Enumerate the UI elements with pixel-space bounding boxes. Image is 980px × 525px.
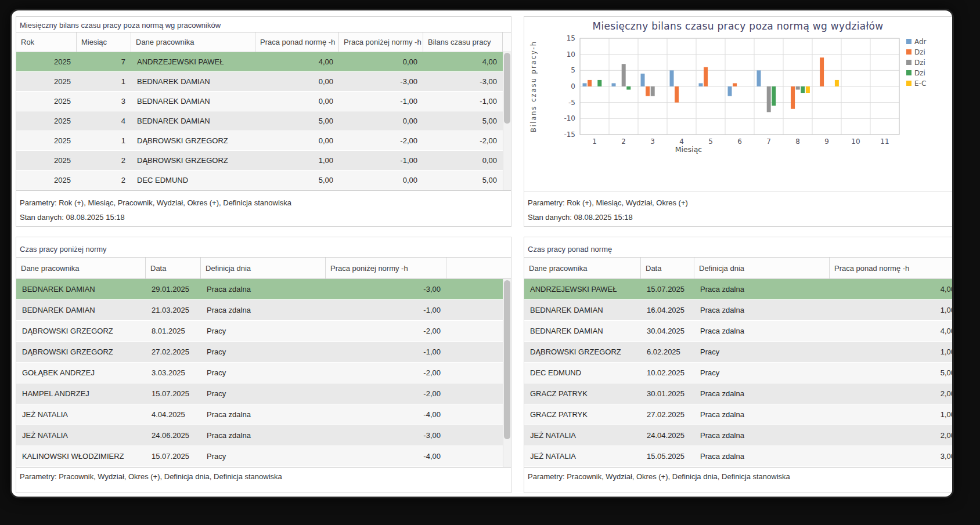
table-row[interactable]: GRACZ PATRYK30.01.2025Praca zdalna2,00 xyxy=(524,383,952,404)
chart-bar[interactable] xyxy=(801,86,805,93)
table-row[interactable]: 20253BEDNAREK DAMIAN0,00-1,00-1,00 xyxy=(16,92,511,111)
legend-label[interactable]: Adr xyxy=(914,38,927,46)
chart-bar[interactable] xyxy=(675,86,679,103)
table-row[interactable]: JEŻ NATALIA4.04.2025Praca zdalna-4,00 xyxy=(16,404,511,425)
column-header[interactable]: Bilans czasu pracy xyxy=(423,32,503,52)
cell: -1,00 xyxy=(339,151,423,170)
chart-bar[interactable] xyxy=(583,83,587,86)
cell: Pracy xyxy=(694,342,830,362)
cell: BEDNAREK DAMIAN xyxy=(131,72,255,91)
table-header-row: Dane pracownikaDataDefinicja dniaPraca p… xyxy=(16,258,511,279)
cell: 3,00 xyxy=(830,446,952,466)
table-row[interactable]: 20254BEDNAREK DAMIAN5,000,005,00 xyxy=(16,111,511,131)
column-header[interactable]: Rok xyxy=(16,32,77,52)
chart-bar[interactable] xyxy=(597,80,601,86)
column-header[interactable]: Miesiąc xyxy=(77,32,131,52)
cell: Praca zdalna xyxy=(694,404,830,425)
table-row[interactable]: ANDRZEJEWSKI PAWEŁ15.07.2025Praca zdalna… xyxy=(524,279,952,300)
vertical-scrollbar[interactable] xyxy=(503,52,511,190)
cell: Praca zdalna xyxy=(201,300,326,320)
table-row[interactable]: DĄBROWSKI GRZEGORZ6.02.2025Pracy1,00 xyxy=(524,342,952,363)
table-row[interactable]: GRACZ PATRYK27.02.2025Praca zdalna1,00 xyxy=(524,404,952,425)
table-row[interactable]: DĄBROWSKI GRZEGORZ27.02.2025Pracy-1,00 xyxy=(16,342,511,363)
y-tick-label: -15 xyxy=(564,131,575,139)
chart-bar[interactable] xyxy=(728,86,732,96)
table-row[interactable]: 20251BEDNAREK DAMIAN0,00-3,00-3,00 xyxy=(16,72,511,92)
balance-bar-chart[interactable]: -15-10-50510151234567891011Miesięczny bi… xyxy=(524,17,952,191)
chart-bar[interactable] xyxy=(626,86,630,90)
chart-bar[interactable] xyxy=(791,86,795,109)
legend-swatch[interactable] xyxy=(906,60,911,65)
chart-bar[interactable] xyxy=(670,70,674,86)
vertical-scrollbar[interactable] xyxy=(503,279,511,467)
table-row[interactable]: 20251DĄBROWSKI GRZEGORZ0,00-2,00-2,00 xyxy=(16,131,511,151)
column-header[interactable]: Data xyxy=(641,258,694,278)
chart-bar[interactable] xyxy=(641,74,645,86)
table-row[interactable]: HAMPEL ANDRZEJ15.07.2025Pracy-2,00 xyxy=(16,383,511,404)
scrollbar-thumb[interactable] xyxy=(504,53,510,124)
table-row[interactable]: 20257ANDRZEJEWSKI PAWEŁ4,000,004,00 xyxy=(16,52,511,72)
table-row[interactable]: DĄBROWSKI GRZEGORZ8.01.2025Pracy-2,00 xyxy=(16,321,511,342)
column-header[interactable]: Dane pracownika xyxy=(131,32,255,52)
column-header[interactable]: Dane pracownika xyxy=(524,258,641,278)
table-row[interactable]: BEDNAREK DAMIAN21.03.2025Praca zdalna-1,… xyxy=(16,300,511,321)
chart-bar[interactable] xyxy=(704,67,708,86)
legend-swatch[interactable] xyxy=(906,49,911,55)
cell: GOŁĄBEK ANDRZEJ xyxy=(16,363,146,383)
legend-label[interactable]: Dzi xyxy=(914,59,925,67)
chart-bar[interactable] xyxy=(699,83,703,86)
legend-swatch[interactable] xyxy=(906,70,911,75)
chart-bar[interactable] xyxy=(612,83,616,86)
chart-bar[interactable] xyxy=(651,86,655,96)
chart-bar[interactable] xyxy=(772,86,776,106)
table-row[interactable]: BEDNAREK DAMIAN29.01.2025Praca zdalna-3,… xyxy=(16,279,511,300)
cell-empty xyxy=(446,279,503,299)
column-header[interactable]: Definicja dnia xyxy=(201,258,326,278)
legend-label[interactable]: Dzi xyxy=(914,69,925,77)
table-row[interactable]: KALINOWSKI WŁODZIMIERZ15.07.2025Pracy-4,… xyxy=(16,446,511,467)
cell: 4,00 xyxy=(830,321,952,341)
chart-bar[interactable] xyxy=(588,80,592,86)
parameters-text: Parametry: Rok (+), Miesiąc, Pracownik, … xyxy=(20,198,291,207)
cell: 27.02.2025 xyxy=(641,404,694,425)
chart-bar[interactable] xyxy=(646,86,650,96)
chart-bar[interactable] xyxy=(622,64,626,86)
table-row[interactable]: BEDNAREK DAMIAN30.04.2025Praca zdalna4,0… xyxy=(524,321,952,342)
table-row[interactable]: JEŻ NATALIA24.04.2025Praca zdalna2,00 xyxy=(524,425,952,446)
chart-bar[interactable] xyxy=(757,70,761,86)
column-header[interactable]: Praca poniżej normy -h xyxy=(326,258,446,278)
legend-label[interactable]: E-C xyxy=(914,79,926,88)
legend-swatch[interactable] xyxy=(906,81,911,86)
column-header[interactable]: Definicja dnia xyxy=(694,258,830,278)
table-row[interactable]: GOŁĄBEK ANDRZEJ3.03.2025Pracy-2,00 xyxy=(16,363,511,383)
column-header[interactable]: Data xyxy=(146,258,201,278)
cell: 1,00 xyxy=(830,300,952,320)
chart-bar[interactable] xyxy=(767,86,771,112)
chart-bar[interactable] xyxy=(733,83,737,86)
cell: -4,00 xyxy=(326,404,446,425)
column-header[interactable]: Praca ponad normę -h xyxy=(255,32,339,52)
table-row[interactable]: JEŻ NATALIA24.06.2025Praca zdalna-3,00 xyxy=(16,425,511,446)
table-row[interactable]: BEDNAREK DAMIAN16.04.2025Praca zdalna1,0… xyxy=(524,300,952,321)
table-row[interactable]: JEŻ NATALIA15.05.2025Praca zdalna3,00 xyxy=(524,446,952,467)
y-tick-label: -10 xyxy=(564,114,575,122)
table-row[interactable]: DEC EDMUND10.02.2025Pracy5,00 xyxy=(524,363,952,383)
cell: 24.06.2025 xyxy=(146,425,201,446)
legend-swatch[interactable] xyxy=(906,39,911,44)
cell-empty xyxy=(446,404,503,425)
chart-bar[interactable] xyxy=(835,80,839,86)
cell: GRACZ PATRYK xyxy=(524,404,641,425)
table-row[interactable]: 20252DEC EDMUND5,000,005,00 xyxy=(16,171,511,190)
cell: 1 xyxy=(77,131,131,150)
chart-bar[interactable] xyxy=(796,86,800,90)
cell: 0,00 xyxy=(255,92,339,111)
chart-bar[interactable] xyxy=(820,57,824,86)
chart-bar[interactable] xyxy=(806,86,810,93)
column-header[interactable]: Praca poniżej normy -h xyxy=(339,32,423,52)
column-header[interactable]: Praca ponad normę -h xyxy=(830,258,952,278)
table-row[interactable]: 20252DĄBROWSKI GRZEGORZ1,00-1,000,00 xyxy=(16,151,511,171)
cell: -3,00 xyxy=(326,425,446,446)
column-header[interactable]: Dane pracownika xyxy=(16,258,146,278)
legend-label[interactable]: Dzi xyxy=(914,48,925,56)
scrollbar-thumb[interactable] xyxy=(504,280,510,439)
